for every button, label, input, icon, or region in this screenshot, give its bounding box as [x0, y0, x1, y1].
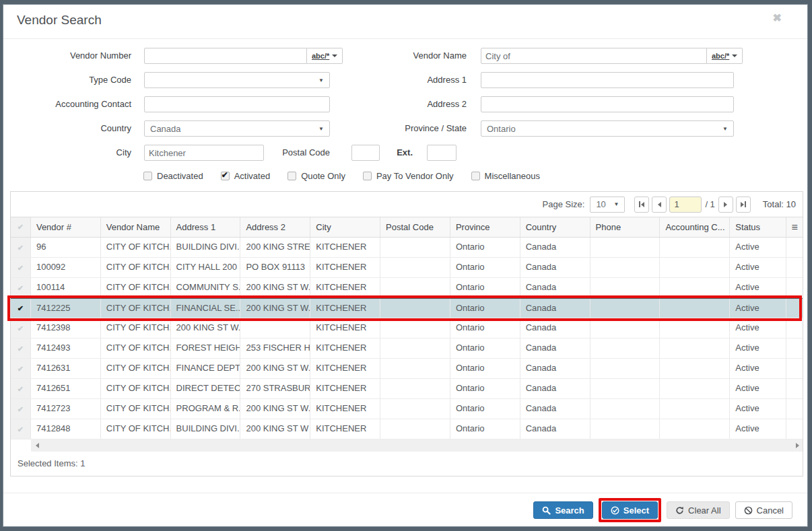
total-records-label: Total: 10: [763, 199, 796, 209]
scroll-left-icon[interactable]: [36, 443, 39, 448]
row-checkbox[interactable]: ✔: [11, 278, 31, 297]
table-cell: [660, 299, 730, 318]
check-icon: ✔: [18, 380, 24, 398]
table-row[interactable]: ✔7412493CITY OF KITCH...FOREST HEIGH...2…: [11, 339, 803, 359]
checkbox-miscellaneous[interactable]: Miscellaneous: [471, 171, 540, 181]
row-checkbox[interactable]: ✔: [11, 318, 31, 338]
address1-input[interactable]: [481, 72, 734, 88]
row-checkbox[interactable]: ✔: [11, 419, 31, 439]
table-cell: CITY OF KITCH...: [101, 299, 171, 318]
table-row[interactable]: ✔100114CITY OF KITCH...COMMUNITY S...200…: [11, 278, 803, 298]
next-page-button[interactable]: [718, 197, 733, 213]
close-icon[interactable]: ✖: [773, 13, 782, 24]
row-checkbox[interactable]: ✔: [11, 379, 31, 398]
vendor-search-dialog: Vendor Search ✖ Vendor Number abc/* Type…: [3, 4, 808, 527]
table-cell: 100092: [31, 258, 101, 277]
checkbox-quote-only[interactable]: Quote Only: [287, 171, 345, 181]
table-cell: 200 KING ST W...: [240, 299, 310, 318]
previous-page-button[interactable]: [652, 197, 667, 213]
table-cell: [590, 339, 661, 358]
vendor-name-filter-dropdown[interactable]: abc/*: [707, 48, 743, 64]
table-cell: Active: [730, 359, 786, 378]
table-cell: Canada: [520, 339, 590, 358]
checkbox-unchecked-icon: [363, 172, 372, 180]
table-cell: PO BOX 91113: [240, 258, 310, 277]
page-size-value: 10: [596, 199, 605, 209]
table-cell: [590, 258, 661, 277]
clear-all-button[interactable]: Clear All: [667, 501, 729, 519]
table-cell: CITY OF KITCH...: [101, 278, 171, 297]
table-cell: Active: [730, 379, 786, 398]
select-button[interactable]: Select: [602, 501, 658, 519]
table-cell: KITCHENER: [310, 318, 380, 338]
vendor-number-label: Vendor Number: [17, 48, 131, 64]
last-page-button[interactable]: [736, 197, 751, 213]
horizontal-scrollbar[interactable]: [11, 439, 803, 452]
row-checkbox[interactable]: ✔: [11, 359, 31, 378]
table-cell: [786, 299, 803, 318]
accounting-contact-input[interactable]: [144, 96, 330, 112]
column-menu-icon[interactable]: ≡: [786, 217, 803, 237]
search-icon: [542, 506, 551, 515]
table-cell: Ontario: [450, 419, 520, 439]
table-cell: [786, 359, 803, 378]
city-input[interactable]: [144, 145, 264, 161]
row-checkbox[interactable]: ✔: [11, 399, 31, 419]
select-all-checkbox[interactable]: ✔: [11, 217, 31, 237]
checkbox-deactivated[interactable]: Deactivated: [143, 171, 203, 181]
row-checkbox[interactable]: ✔: [11, 258, 31, 277]
row-checkbox[interactable]: ✔: [11, 339, 31, 358]
column-header: Province: [450, 217, 520, 237]
province-state-select[interactable]: Ontario ▼: [481, 120, 734, 137]
table-row[interactable]: ✔7412723CITY OF KITCH...PROGRAM & R...20…: [11, 399, 803, 419]
row-checkbox[interactable]: ✔: [11, 299, 31, 318]
column-header: Phone: [590, 217, 661, 237]
table-cell: CITY OF KITCH...: [101, 339, 171, 358]
checkbox-label: Pay To Vendor Only: [376, 171, 454, 181]
select-button-annotation: Select: [599, 498, 661, 522]
first-page-button[interactable]: [634, 197, 649, 213]
table-cell: 100114: [31, 278, 101, 297]
table-row[interactable]: ✔7412848CITY OF KITCH...BUILDING DIVI...…: [11, 419, 803, 439]
search-button[interactable]: Search: [533, 501, 593, 519]
last-page-icon: [741, 202, 744, 207]
table-row[interactable]: ✔7412651CITY OF KITCH...DIRECT DETECT270…: [11, 379, 803, 399]
table-cell: KITCHENER: [310, 299, 380, 318]
table-row[interactable]: ✔7412631CITY OF KITCH...FINANCE DEPT...2…: [11, 359, 803, 379]
table-cell: [590, 278, 661, 297]
table-cell: 200 KING ST W: [240, 419, 310, 439]
vendor-name-input[interactable]: [481, 48, 707, 64]
table-cell: 200 KING ST W...: [240, 278, 310, 297]
vendor-number-input[interactable]: [144, 48, 307, 64]
type-code-select[interactable]: ▼: [144, 72, 330, 88]
table-cell: [786, 318, 803, 338]
page-size-select[interactable]: 10 ▼: [590, 197, 625, 213]
table-cell: 7412225: [31, 299, 101, 318]
check-icon: ✔: [18, 400, 24, 419]
table-cell: 270 STRASBUR...: [240, 379, 310, 398]
table-row[interactable]: ✔7412225CITY OF KITCH...FINANCIAL SE...2…: [11, 298, 803, 318]
table-cell: [380, 399, 450, 419]
current-page-input[interactable]: [669, 197, 702, 213]
table-row[interactable]: ✔100092CITY OF KITCH...CITY HALL 200 ...…: [11, 258, 803, 278]
table-cell: Active: [730, 258, 786, 277]
previous-page-icon: [658, 202, 661, 207]
table-cell: [786, 339, 803, 358]
country-select[interactable]: Canada ▼: [144, 120, 330, 137]
table-header-row: ✔ Vendor #Vendor NameAddress 1Address 2C…: [11, 217, 803, 238]
table-cell: KITCHENER: [310, 238, 380, 257]
table-cell: FINANCIAL SE...: [171, 299, 241, 318]
table-cell: Ontario: [450, 399, 520, 419]
row-checkbox[interactable]: ✔: [11, 238, 31, 257]
scrollbar-track[interactable]: [31, 439, 803, 452]
address2-input[interactable]: [481, 96, 734, 112]
ext-input[interactable]: [427, 145, 456, 161]
table-row[interactable]: ✔96CITY OF KITCH...BUILDING DIVI...200 K…: [11, 238, 803, 258]
checkbox-pay-to-vendor-only[interactable]: Pay To Vendor Only: [363, 171, 454, 181]
table-cell: [240, 318, 310, 338]
table-row[interactable]: ✔7412398CITY OF KITCH...200 KING ST W...…: [11, 318, 803, 339]
scroll-right-icon[interactable]: [796, 443, 799, 448]
cancel-button[interactable]: Cancel: [735, 501, 792, 519]
vendor-number-filter-dropdown[interactable]: abc/*: [307, 48, 343, 64]
checkbox-activated[interactable]: ✔Activated: [221, 171, 270, 181]
